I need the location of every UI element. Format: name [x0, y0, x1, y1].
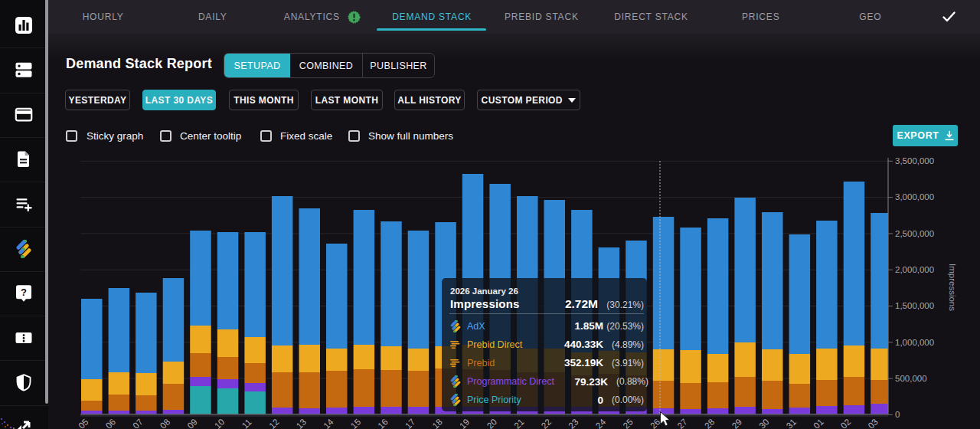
svg-text:2,500,000: 2,500,000 — [895, 229, 934, 238]
svg-text:21: 21 — [512, 417, 526, 429]
svg-text:16: 16 — [376, 417, 390, 429]
svg-text:28: 28 — [703, 417, 717, 429]
svg-text:06: 06 — [104, 417, 118, 429]
svg-text:29: 29 — [730, 417, 744, 429]
svg-text:11: 11 — [240, 418, 253, 429]
svg-text:1,000,000: 1,000,000 — [895, 338, 934, 347]
svg-text:17: 17 — [403, 417, 417, 429]
svg-text:500,000: 500,000 — [895, 374, 927, 383]
svg-text:22: 22 — [540, 417, 554, 429]
svg-text:10: 10 — [213, 417, 227, 429]
svg-text:18: 18 — [430, 417, 444, 429]
svg-text:07: 07 — [131, 417, 145, 429]
svg-text:30: 30 — [757, 417, 771, 429]
svg-text:31: 31 — [785, 417, 799, 429]
svg-text:3,500,000: 3,500,000 — [895, 156, 934, 165]
svg-text:03: 03 — [866, 417, 880, 429]
svg-text:3,000,000: 3,000,000 — [895, 192, 934, 201]
svg-text:12: 12 — [267, 417, 281, 429]
svg-text:27: 27 — [676, 417, 690, 429]
svg-text:09: 09 — [185, 417, 199, 429]
svg-text:25: 25 — [621, 417, 635, 429]
svg-text:2,000,000: 2,000,000 — [895, 265, 934, 274]
svg-text:13: 13 — [295, 417, 309, 429]
svg-text:14: 14 — [322, 417, 335, 429]
svg-text:02: 02 — [839, 417, 853, 429]
svg-text:Impressions: Impressions — [948, 264, 957, 311]
svg-text:08: 08 — [158, 417, 172, 429]
svg-text:1,500,000: 1,500,000 — [895, 301, 934, 310]
svg-text:15: 15 — [349, 417, 363, 429]
svg-text:19: 19 — [458, 417, 472, 429]
svg-text:24: 24 — [594, 417, 608, 429]
svg-text:?: ? — [21, 287, 27, 298]
svg-text:05: 05 — [77, 417, 90, 429]
svg-text:23: 23 — [567, 417, 580, 429]
svg-text:20: 20 — [485, 417, 499, 429]
svg-text:01: 01 — [812, 417, 825, 429]
svg-text:0: 0 — [895, 410, 900, 419]
